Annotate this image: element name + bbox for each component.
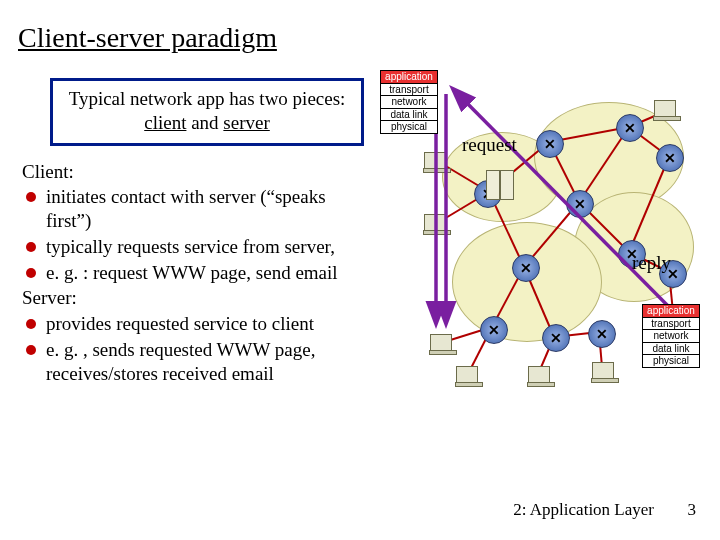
left-column: Typical network app has two pieces: clie… [22, 78, 374, 387]
stack-layer: network [381, 96, 437, 109]
slide-title: Client-server paradigm [0, 0, 720, 60]
stack-layer: data link [381, 109, 437, 122]
network-diagram: application transport network data link … [374, 72, 704, 442]
server-bullets: provides requested service to client e. … [22, 312, 374, 385]
footer-chapter: 2: Application Layer [513, 500, 654, 520]
stack-layer: physical [643, 355, 699, 367]
subtitle-prefix: Typical network app has two pieces: [69, 88, 346, 109]
stack-layer: application [381, 71, 437, 84]
stack-layer: network [643, 330, 699, 343]
subtitle-server-word: server [223, 112, 269, 133]
list-item: initiates contact with server (“speaks f… [22, 185, 374, 233]
subtitle-and: and [186, 112, 223, 133]
subtitle-box: Typical network app has two pieces: clie… [50, 78, 364, 146]
stack-layer: data link [643, 343, 699, 356]
list-item: e. g. , sends requested WWW page, receiv… [22, 338, 374, 386]
body-text: Client: initiates contact with server (“… [22, 160, 374, 386]
server-heading: Server: [22, 286, 374, 310]
protocol-stack-server: application transport network data link … [642, 304, 700, 368]
slide-content: Typical network app has two pieces: clie… [0, 60, 720, 387]
list-item: e. g. : request WWW page, send email [22, 261, 374, 285]
subtitle-client-word: client [144, 112, 186, 133]
stack-layer: transport [381, 84, 437, 97]
svg-line-2 [454, 90, 674, 312]
request-label: request [462, 134, 517, 156]
right-column: application transport network data link … [374, 78, 706, 387]
reply-label: reply [632, 252, 671, 274]
client-heading: Client: [22, 160, 374, 184]
stack-layer: application [643, 305, 699, 318]
protocol-stack-client: application transport network data link … [380, 70, 438, 134]
stack-layer: transport [643, 318, 699, 331]
list-item: typically requests service from server, [22, 235, 374, 259]
stack-layer: physical [381, 121, 437, 133]
footer-page-number: 3 [688, 500, 697, 520]
list-item: provides requested service to client [22, 312, 374, 336]
client-bullets: initiates contact with server (“speaks f… [22, 185, 374, 284]
